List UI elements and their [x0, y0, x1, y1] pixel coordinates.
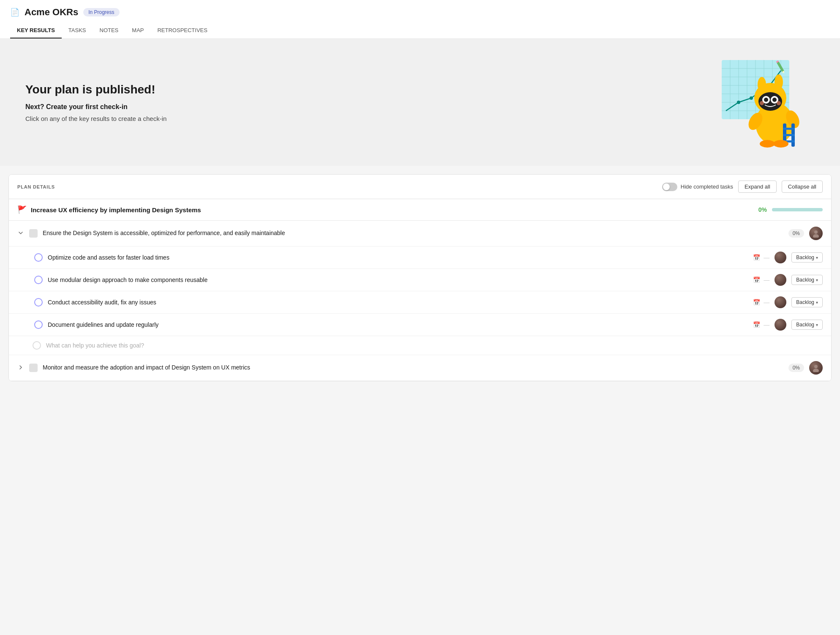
placeholder-circle	[33, 341, 41, 350]
task4-avatar	[775, 319, 786, 331]
task-row-3: Conduct accessibility audit, fix any iss…	[9, 291, 831, 314]
kr2-expand-icon[interactable]	[17, 364, 29, 372]
tab-notes[interactable]: NOTES	[93, 23, 125, 38]
nav-tabs: KEY RESULTS TASKS NOTES MAP RETROSPECTIV…	[10, 23, 830, 38]
svg-point-41	[773, 140, 788, 148]
task3-dropdown-icon: ▾	[816, 300, 818, 305]
kr1-text: Ensure the Design System is accessible, …	[43, 229, 788, 238]
task4-icons: 📅 —	[753, 321, 769, 328]
svg-point-24	[758, 77, 766, 92]
svg-point-15	[750, 96, 753, 100]
svg-point-40	[760, 140, 775, 148]
task1-status[interactable]: Backlog ▾	[791, 252, 823, 263]
plan-section: PLAN DETAILS Hide completed tasks Expand…	[8, 174, 832, 381]
task-row-4: Document guidelines and update regularly…	[9, 314, 831, 336]
svg-point-31	[760, 101, 764, 105]
svg-point-32	[777, 101, 781, 105]
kr1-expand-icon[interactable]	[17, 230, 29, 238]
svg-point-42	[814, 230, 818, 234]
svg-point-44	[814, 365, 818, 368]
expand-all-button[interactable]: Expand all	[738, 181, 777, 193]
task2-dropdown-icon: ▾	[816, 278, 818, 282]
hide-completed-toggle[interactable]	[662, 183, 677, 191]
task4-checkbox[interactable]	[34, 320, 43, 329]
kr2-checkbox[interactable]	[29, 364, 38, 372]
task2-avatar	[775, 274, 786, 286]
collapse-all-button[interactable]: Collapse all	[782, 181, 823, 193]
hero-banner: Your plan is published! Next? Create you…	[0, 39, 840, 166]
kr2-text: Monitor and measure the adoption and imp…	[43, 364, 788, 372]
svg-rect-37	[783, 128, 795, 130]
kr-row-1: Ensure the Design System is accessible, …	[9, 221, 831, 246]
goal-row: 🚩 Increase UX efficiency by implementing…	[9, 199, 831, 221]
kr1-avatar	[809, 227, 823, 240]
goal-title: Increase UX efficiency by implementing D…	[31, 206, 201, 213]
task2-checkbox[interactable]	[34, 276, 43, 284]
task3-avatar	[775, 296, 786, 308]
task2-dash: —	[764, 276, 769, 283]
task3-status[interactable]: Backlog ▾	[791, 297, 823, 307]
task4-status-label: Backlog	[796, 322, 814, 328]
svg-rect-38	[783, 134, 795, 136]
svg-point-30	[772, 98, 777, 102]
task1-icons: 📅 —	[753, 254, 769, 261]
kr2-avatar	[809, 361, 823, 375]
mascot-illustration	[696, 56, 815, 149]
kr1-checkbox[interactable]	[29, 229, 38, 238]
app-header: 📄 Acme OKRs In Progress KEY RESULTS TASK…	[0, 0, 840, 39]
goal-progress-bar	[772, 208, 823, 211]
calendar-icon: 📅	[753, 254, 760, 261]
task3-dash: —	[764, 299, 769, 306]
plan-header: PLAN DETAILS Hide completed tasks Expand…	[9, 175, 831, 199]
calendar-icon-4: 📅	[753, 321, 760, 328]
task4-dash: —	[764, 321, 769, 328]
plan-header-controls: Hide completed tasks Expand all Collapse…	[662, 181, 823, 193]
document-icon: 📄	[10, 8, 19, 17]
task1-status-label: Backlog	[796, 255, 814, 260]
task3-status-label: Backlog	[796, 299, 814, 305]
task4-status[interactable]: Backlog ▾	[791, 320, 823, 330]
svg-point-43	[813, 234, 819, 238]
task2-icons: 📅 —	[753, 276, 769, 283]
tab-key-results[interactable]: KEY RESULTS	[10, 23, 62, 38]
toggle-knob	[663, 183, 670, 190]
task1-avatar	[775, 252, 786, 263]
svg-point-45	[813, 369, 819, 372]
calendar-icon-3: 📅	[753, 299, 760, 306]
task-row-1: Optimize code and assets for faster load…	[9, 246, 831, 269]
tab-tasks[interactable]: TASKS	[62, 23, 93, 38]
hero-body: Click on any of the key results to creat…	[25, 115, 166, 122]
add-task-placeholder[interactable]: What can help you achieve this goal?	[9, 336, 831, 355]
task4-text: Document guidelines and update regularly	[48, 321, 753, 328]
svg-point-25	[775, 74, 783, 90]
task2-status-label: Backlog	[796, 277, 814, 283]
svg-point-29	[764, 98, 768, 102]
task2-text: Use modular design approach to make comp…	[48, 276, 753, 283]
task3-checkbox[interactable]	[34, 298, 43, 307]
task1-checkbox[interactable]	[34, 253, 43, 262]
calendar-icon-2: 📅	[753, 276, 760, 283]
hero-subtitle: Next? Create your first check-in	[25, 103, 166, 111]
svg-point-14	[737, 101, 740, 104]
hide-completed-group: Hide completed tasks	[662, 183, 733, 191]
kr1-percent: 0%	[788, 229, 804, 238]
placeholder-text: What can help you achieve this goal?	[46, 342, 144, 349]
task1-dash: —	[764, 254, 769, 261]
task1-text: Optimize code and assets for faster load…	[48, 254, 753, 261]
task3-icons: 📅 —	[753, 299, 769, 306]
tab-map[interactable]: MAP	[125, 23, 150, 38]
hide-completed-label: Hide completed tasks	[681, 183, 733, 190]
hero-title: Your plan is published!	[25, 83, 166, 96]
task2-status[interactable]: Backlog ▾	[791, 275, 823, 285]
tab-retrospectives[interactable]: RETROSPECTIVES	[150, 23, 214, 38]
task-row-2: Use modular design approach to make comp…	[9, 269, 831, 291]
goal-flag-icon: 🚩	[17, 205, 27, 214]
task4-dropdown-icon: ▾	[816, 323, 818, 327]
task1-dropdown-icon: ▾	[816, 255, 818, 260]
task3-text: Conduct accessibility audit, fix any iss…	[48, 299, 753, 306]
kr2-percent: 0%	[788, 364, 804, 372]
page-title: Acme OKRs	[25, 7, 78, 18]
status-badge: In Progress	[83, 8, 119, 16]
kr-row-2: Monitor and measure the adoption and imp…	[9, 355, 831, 381]
goal-percent: 0%	[758, 206, 767, 213]
